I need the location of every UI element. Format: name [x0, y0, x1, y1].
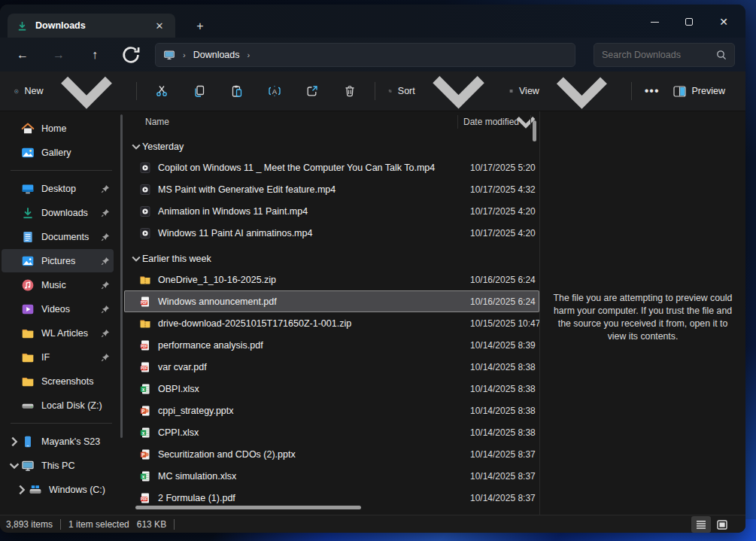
preview-pane-icon — [673, 86, 686, 97]
file-row[interactable]: xOBPI.xlsx10/14/2025 8:38 — [124, 378, 539, 400]
downloads-tab-icon — [17, 20, 28, 32]
sidebar-item-local-disk-z[interactable]: Local Disk (Z:) — [2, 394, 114, 417]
file-explorer-window: Downloads ✕ + ✕ ← → ↑ › Downloads › — [0, 5, 745, 533]
file-list-vertical-scrollbar[interactable] — [533, 120, 536, 141]
delete-button[interactable] — [336, 78, 363, 105]
tab-close-icon[interactable]: ✕ — [151, 17, 168, 34]
tab-downloads[interactable]: Downloads ✕ — [8, 14, 175, 38]
sidebar-item-label: Windows (C:) — [49, 485, 114, 495]
svg-text:x: x — [142, 386, 145, 391]
copy-button[interactable] — [186, 78, 213, 105]
paste-button[interactable] — [223, 78, 250, 105]
cut-button[interactable] — [148, 78, 175, 105]
chevron-down-icon[interactable] — [130, 141, 142, 153]
svg-text:PDF: PDF — [141, 300, 147, 304]
view-lines-icon — [509, 85, 513, 97]
folder-icon — [21, 327, 35, 340]
back-button[interactable]: ← — [10, 44, 35, 66]
search-input[interactable] — [602, 50, 716, 60]
chevron-down-icon[interactable] — [8, 459, 21, 473]
breadcrumb-chevron-icon[interactable]: › — [247, 50, 250, 59]
more-options-button[interactable]: ••• — [638, 78, 666, 105]
preview-pane: The file you are attempting to preview c… — [540, 111, 745, 515]
file-row[interactable]: OneDrive_1_10-16-2025.zip10/16/2025 6:24 — [124, 269, 539, 290]
sidebar-item-desktop[interactable]: Desktop — [2, 177, 114, 200]
sidebar-item-pictures[interactable]: Pictures — [2, 249, 114, 272]
breadcrumb[interactable]: › Downloads › — [155, 43, 575, 67]
file-row[interactable]: xMC simulation.xlsx10/14/2025 8:37 — [124, 465, 539, 487]
sidebar-item-home[interactable]: Home — [2, 117, 114, 140]
close-button[interactable]: ✕ — [706, 11, 741, 33]
svg-text:PDF: PDF — [141, 497, 147, 500]
sidebar-item-label: Music — [41, 280, 100, 290]
group-header-earlier-this-week[interactable]: Earlier this week — [124, 248, 539, 269]
sidebar-item-wl-articles[interactable]: WL Articles — [2, 321, 114, 345]
rename-button[interactable]: A — [261, 78, 288, 105]
sidebar-item-this-pc[interactable]: This PC — [2, 454, 114, 477]
chevron-down-icon[interactable] — [130, 253, 142, 265]
group-header-yesterday[interactable]: Yesterday — [124, 136, 539, 157]
details-view-icon — [696, 520, 706, 530]
rename-icon: A — [268, 84, 281, 98]
file-row[interactable]: Windows 11 Paint AI animatinos.mp410/17/… — [124, 222, 539, 244]
sidebar-scrollbar[interactable] — [120, 114, 123, 438]
sidebar-item-videos[interactable]: Videos — [2, 297, 114, 321]
pin-icon — [100, 328, 111, 339]
column-header-name[interactable]: Name — [145, 117, 169, 127]
tab-title: Downloads — [35, 20, 151, 31]
details-view-button[interactable] — [691, 516, 711, 533]
file-list-horizontal-scrollbar[interactable] — [135, 506, 361, 509]
view-button[interactable]: View — [502, 78, 625, 105]
sidebar-item-screenshots[interactable]: Screenshots — [2, 369, 114, 393]
column-divider[interactable] — [457, 115, 458, 129]
column-header-date-modified[interactable]: Date modified — [463, 117, 519, 127]
column-divider[interactable] — [530, 115, 531, 129]
file-row[interactable]: Pcppi_strategy.pptx10/14/2025 8:38 — [124, 400, 539, 421]
chevron-right-icon[interactable] — [8, 435, 21, 448]
file-row[interactable]: Animation in Windows 11 Paint.mp410/17/2… — [124, 200, 539, 222]
sidebar-item-documents[interactable]: Documents — [2, 225, 114, 248]
share-button[interactable] — [299, 78, 326, 105]
sidebar-item-label: Pictures — [41, 256, 100, 266]
file-row[interactable]: PSecuritization and CDOs (2).pptx10/14/2… — [124, 443, 539, 465]
maximize-button[interactable] — [672, 11, 706, 33]
chevron-right-icon[interactable] — [15, 483, 29, 497]
sidebar-item-music[interactable]: Music — [2, 273, 114, 296]
file-row[interactable]: drive-download-20251015T171650Z-1-001.zi… — [124, 312, 539, 334]
pdf-file-icon: PDF — [139, 339, 151, 351]
column-headers: Name Date modified — [124, 111, 539, 132]
sidebar-item-mayank-s-s23[interactable]: Mayank's S23 — [2, 430, 114, 453]
sidebar-item-if[interactable]: IF — [2, 345, 114, 369]
minimize-button[interactable] — [637, 11, 672, 33]
file-row[interactable]: xCPPI.xlsx10/14/2025 8:38 — [124, 421, 539, 443]
file-row[interactable]: PDFvar cvar.pdf10/14/2025 8:38 — [124, 356, 539, 378]
new-tab-button[interactable]: + — [191, 18, 209, 35]
sidebar-item-windows-c[interactable]: Windows (C:) — [2, 478, 114, 501]
sidebar-item-label: Gallery — [41, 147, 114, 158]
xlsx-file-icon: x — [139, 383, 151, 395]
file-name: MC simulation.xlsx — [158, 471, 470, 482]
status-bar: 3,893 items 1 item selected 613 KB — [0, 515, 745, 533]
sort-arrows-icon — [388, 85, 392, 97]
window-controls: ✕ — [637, 11, 741, 33]
file-row[interactable]: PDFperformance analysis.pdf10/14/2025 8:… — [124, 334, 539, 356]
toolbar-divider — [631, 82, 632, 100]
file-row[interactable]: PDFWindows announcement.pdf10/16/2025 6:… — [124, 290, 539, 312]
sidebar-item-downloads[interactable]: Downloads — [2, 201, 114, 224]
status-divider — [60, 519, 61, 530]
preview-toggle-button[interactable]: Preview — [666, 78, 735, 105]
breadcrumb-chevron-icon[interactable]: › — [183, 50, 186, 59]
file-date-modified: 10/17/2025 4:20 — [470, 206, 539, 217]
home-icon — [21, 122, 35, 135]
file-date-modified: 10/17/2025 4:20 — [470, 228, 539, 239]
sort-button[interactable]: Sort — [381, 78, 502, 105]
this-pc-icon — [163, 49, 175, 61]
file-row[interactable]: MS Paint with Generative Edit feature.mp… — [124, 178, 539, 200]
large-icons-view-button[interactable] — [712, 516, 732, 533]
sidebar-item-gallery[interactable]: Gallery — [2, 141, 114, 164]
desktop-icon — [21, 182, 35, 196]
file-rows: YesterdayCopilot on Windows 11 _ Meet th… — [124, 132, 539, 515]
new-button[interactable]: New — [8, 78, 130, 105]
file-row[interactable]: Copilot on Windows 11 _ Meet the Compute… — [124, 157, 539, 178]
breadcrumb-item-downloads[interactable]: Downloads — [193, 50, 240, 60]
